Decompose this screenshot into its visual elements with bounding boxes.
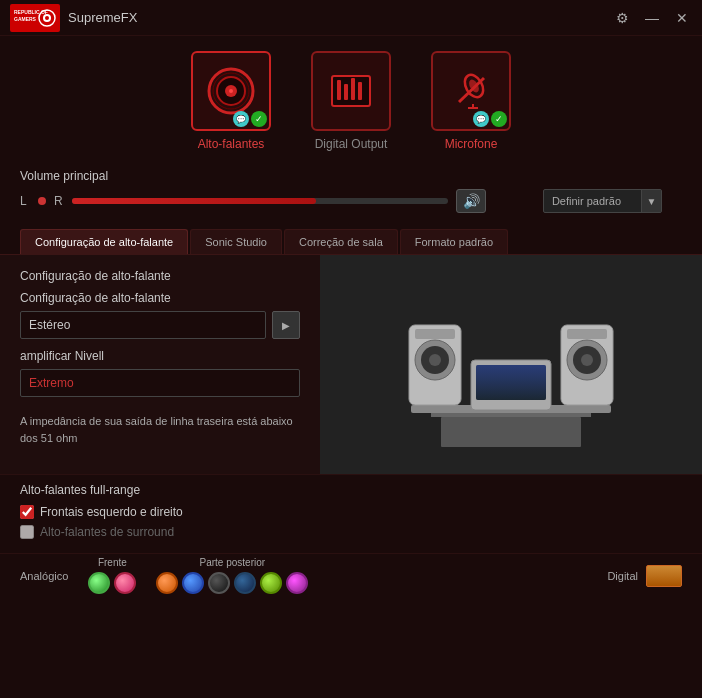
app-title: SupremeFX xyxy=(68,10,612,25)
posterior-label: Parte posterior xyxy=(200,557,266,568)
svg-point-9 xyxy=(229,89,233,93)
define-default-container: Definir padrão ▼ xyxy=(502,189,682,213)
l-label: L xyxy=(20,194,30,208)
analogico-label: Analógico xyxy=(20,570,68,582)
svg-rect-23 xyxy=(441,417,581,447)
posterior-dots xyxy=(156,572,308,594)
speaker-setting-dropdown[interactable]: Estéreo xyxy=(20,311,266,339)
svg-rect-15 xyxy=(358,82,362,100)
dot-back-blue[interactable] xyxy=(182,572,204,594)
dot-back-black[interactable] xyxy=(208,572,230,594)
mic-status: 💬 ✓ xyxy=(473,111,507,127)
dot-back-darkblue[interactable] xyxy=(234,572,256,594)
digital-section: Digital xyxy=(607,565,682,587)
svg-rect-26 xyxy=(476,365,546,400)
digital-output-label: Digital Output xyxy=(315,137,388,151)
frente-dots xyxy=(88,572,136,594)
chat-bubble-speaker: 💬 xyxy=(233,111,249,127)
volume-label: Volume principal xyxy=(20,169,682,183)
svg-text:GAMERS: GAMERS xyxy=(14,16,37,22)
full-range-title: Alto-falantes full-range xyxy=(20,483,682,497)
tab-default-format[interactable]: Formato padrão xyxy=(400,229,508,254)
device-speakers[interactable]: 💬 ✓ Alto-falantes xyxy=(191,51,271,151)
tab-room-correction[interactable]: Correção de sala xyxy=(284,229,398,254)
digital-indicator xyxy=(646,565,682,587)
dot-back-magenta[interactable] xyxy=(286,572,308,594)
speaker-play-button[interactable]: ▶ xyxy=(272,311,300,339)
speaker-icon xyxy=(204,64,258,118)
speaker-dropdown-row: Estéreo ▶ xyxy=(20,311,300,339)
rog-logo: REPUBLIC OF GAMERS xyxy=(10,4,60,32)
checkbox-surround-label: Alto-falantes de surround xyxy=(40,525,174,539)
svg-rect-22 xyxy=(431,413,591,417)
bottom-bar: Analógico Frente Parte posterior Digital xyxy=(0,553,702,597)
amplify-dropdown[interactable]: Extremo xyxy=(20,369,300,397)
r-label: R xyxy=(54,194,64,208)
full-range-section: Alto-falantes full-range Frontais esquer… xyxy=(0,474,702,553)
tabs-row: Configuração de alto-falante Sonic Studi… xyxy=(0,221,702,254)
check-circle-speaker: ✓ xyxy=(251,111,267,127)
svg-rect-31 xyxy=(415,329,455,339)
svg-rect-14 xyxy=(351,78,355,100)
dot-front-green[interactable] xyxy=(88,572,110,594)
devices-row: 💬 ✓ Alto-falantes Digital Output xyxy=(0,36,702,161)
speaker-icon-wrap: 💬 ✓ xyxy=(191,51,271,131)
posterior-group: Parte posterior xyxy=(156,557,308,594)
volume-icon-button[interactable]: 🔊 xyxy=(456,189,486,213)
svg-rect-36 xyxy=(567,329,607,339)
define-default-button[interactable]: Definir padrão ▼ xyxy=(543,189,662,213)
digital-label: Digital xyxy=(607,570,638,582)
tab-speaker-config[interactable]: Configuração de alto-falante xyxy=(20,229,188,254)
minimize-button[interactable]: — xyxy=(642,8,662,28)
mic-icon-wrap: 💬 ✓ xyxy=(431,51,511,131)
checkbox-front-label: Frontais esquerdo e direito xyxy=(40,505,183,519)
check-circle-mic: ✓ xyxy=(491,111,507,127)
frente-group: Frente xyxy=(88,557,136,594)
info-text: A impedância de sua saída de linha trase… xyxy=(20,413,300,446)
microphone-icon xyxy=(444,64,498,118)
chat-bubble-mic: 💬 xyxy=(473,111,489,127)
title-bar: REPUBLIC OF GAMERS SupremeFX ⚙ — ✕ xyxy=(0,0,702,36)
device-microphone[interactable]: 💬 ✓ Microfone xyxy=(431,51,511,151)
right-panel xyxy=(320,255,702,474)
speaker-visualization xyxy=(381,265,641,465)
dot-back-orange[interactable] xyxy=(156,572,178,594)
svg-rect-12 xyxy=(337,80,341,100)
svg-point-30 xyxy=(429,354,441,366)
speaker-config-title: Configuração de alto-falante xyxy=(20,269,300,283)
volume-slider[interactable] xyxy=(72,198,448,204)
amplify-row: Extremo xyxy=(20,369,300,405)
checkbox-front-row: Frontais esquerdo e direito xyxy=(20,505,682,519)
frente-label: Frente xyxy=(98,557,127,568)
checkbox-surround[interactable] xyxy=(20,525,34,539)
close-button[interactable]: ✕ xyxy=(672,8,692,28)
checkbox-surround-row: Alto-falantes de surround xyxy=(20,525,682,539)
left-panel: Configuração de alto-falante Configuraçã… xyxy=(0,255,320,474)
main-content: Configuração de alto-falante Configuraçã… xyxy=(0,254,702,474)
volume-knob-left xyxy=(38,197,46,205)
tab-sonic-studio[interactable]: Sonic Studio xyxy=(190,229,282,254)
volume-section: Volume principal L R 🔊 Definir padrão ▼ xyxy=(0,161,702,221)
dot-front-pink[interactable] xyxy=(114,572,136,594)
volume-fill xyxy=(72,198,316,204)
speaker-status: 💬 ✓ xyxy=(233,111,267,127)
dot-back-lime[interactable] xyxy=(260,572,282,594)
speaker-label: Alto-falantes xyxy=(198,137,265,151)
device-digital-output[interactable]: Digital Output xyxy=(311,51,391,151)
amplify-label: amplificar Nivell xyxy=(20,349,300,363)
settings-button[interactable]: ⚙ xyxy=(612,8,632,28)
digital-output-icon xyxy=(324,64,378,118)
checkbox-front[interactable] xyxy=(20,505,34,519)
svg-point-35 xyxy=(581,354,593,366)
digital-icon-wrap xyxy=(311,51,391,131)
svg-point-5 xyxy=(45,16,49,20)
window-controls: ⚙ — ✕ xyxy=(612,8,692,28)
define-default-arrow: ▼ xyxy=(641,190,661,212)
define-default-label: Definir padrão xyxy=(552,195,621,207)
speaker-setting-label: Configuração de alto-falante xyxy=(20,291,300,305)
microphone-label: Microfone xyxy=(445,137,498,151)
svg-rect-13 xyxy=(344,84,348,100)
